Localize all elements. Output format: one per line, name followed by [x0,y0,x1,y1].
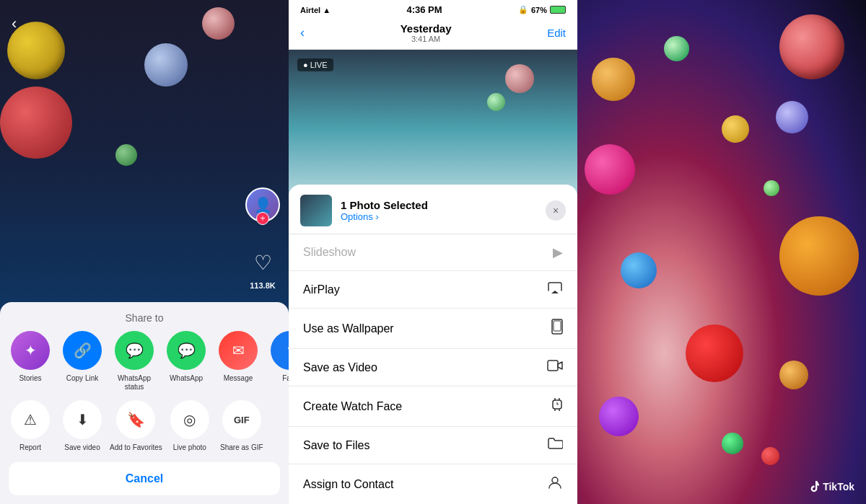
save-video-icon: ⬇ [76,411,89,428]
message-label: Message [224,374,253,383]
save-files-label: Save to Files [303,439,369,452]
cancel-button[interactable]: Cancel [9,462,280,495]
wallpaper-icon [551,319,563,338]
share-panel-info: 1 Photo Selected Options › [341,199,537,222]
assign-contact-icon [547,474,563,494]
deco-ball [0,87,72,159]
deco-ball [599,397,639,436]
deco-ball [764,180,779,196]
assign-contact-label: Assign to Contact [303,478,393,491]
deco-ball [779,361,808,389]
deco-ball [115,144,137,166]
share-item-message[interactable]: ✉ Message [214,331,263,392]
deco-ball [779,216,859,296]
share-menu-item-wallpaper[interactable]: Use as Wallpaper [289,309,577,349]
lock-icon: 🔒 [518,5,528,14]
share-panel-overlay: 1 Photo Selected Options › × Slideshow ▶… [289,185,577,504]
share-close-button[interactable]: × [546,200,566,221]
share-sheet-title: Share to [0,302,289,331]
share-action-gif[interactable]: GIF Share as GIF [217,400,266,452]
heart-area: ♡ 113.8K [245,245,280,290]
wifi-icon: ▲ [323,6,331,14]
share-item-facebook[interactable]: f Fa… [266,331,289,392]
save-video-icon [547,359,563,376]
share-item-whatsapp-status[interactable]: 💬 WhatsApp status [110,331,159,392]
gif-label: Share as GIF [220,443,263,452]
watch-face-label: Create Watch Face [303,400,402,413]
whatsapp-status-label: WhatsApp status [110,374,159,392]
share-action-report[interactable]: ⚠ Report [6,400,55,452]
time-display: 4:36 PM [406,4,442,15]
share-panel-header: 1 Photo Selected Options › × [289,185,577,234]
save-files-icon [547,437,563,454]
deco-ball [144,43,188,87]
share-item-stories[interactable]: ✦ Stories [6,331,55,392]
add-favorites-label: Add to Favorites [110,443,162,452]
photos-subtitle: 3:41 AM [401,35,452,43]
share-thumb [300,195,332,226]
share-menu-item-assign-contact[interactable]: Assign to Contact [289,464,577,504]
svg-point-10 [552,477,558,483]
status-left: Airtel ▲ [300,6,331,14]
share-actions-row: ⚠ Report ⬇ Save video 🔖 Add to Favorites… [0,400,289,458]
share-photo-count: 1 Photo Selected [341,199,537,211]
stories-label: Stories [19,374,41,383]
deco-ball [761,447,779,465]
photos-title: Yesterday [401,22,452,35]
avatar-area: 👤 + [245,187,280,222]
deco-ball [664,36,689,61]
avatar[interactable]: 👤 + [245,187,280,222]
favorites-icon: 🔖 [127,411,145,428]
watch-face-icon [551,397,563,416]
whatsapp-label: WhatsApp [170,374,203,383]
deco-ball [592,58,635,101]
share-options-link[interactable]: Options › [341,211,537,222]
share-menu-item-save-files[interactable]: Save to Files [289,427,577,464]
deco-ball [686,324,743,382]
facebook-label: Fa… [282,374,289,383]
gif-icon: GIF [234,415,250,425]
share-icons-row: ✦ Stories 🔗 Copy Link 💬 WhatsApp status [0,331,289,400]
share-item-whatsapp[interactable]: 💬 WhatsApp [162,331,211,392]
report-label: Report [19,443,41,452]
deco-ball [722,115,749,143]
deco-ball [585,144,635,195]
share-menu-item-watch-face[interactable]: Create Watch Face [289,386,577,427]
deco-ball [776,101,808,133]
share-menu-item-slideshow[interactable]: Slideshow ▶ [289,234,577,271]
live-photo-icon: ◎ [183,411,196,428]
deco-ball [487,93,505,111]
share-action-live-photo[interactable]: ◎ Live photo [165,400,214,452]
back-button[interactable]: ‹ [12,14,17,33]
battery-icon [550,6,566,14]
deco-ball [202,7,235,40]
share-action-add-favorites[interactable]: 🔖 Add to Favorites [110,400,162,452]
deco-ball [722,433,743,454]
panel-photo: TikTok [577,0,866,504]
live-badge: ● LIVE [297,58,333,71]
battery-text: 67% [531,6,547,14]
copy-link-label: Copy Link [66,374,98,383]
slideshow-label: Slideshow [303,246,356,259]
svg-rect-1 [554,321,561,331]
share-item-copy-link[interactable]: 🔗 Copy Link [58,331,107,392]
status-right: 🔒 67% [518,5,566,14]
deco-ball [505,64,534,93]
carrier-text: Airtel [300,6,320,14]
save-video-label: Save video [64,443,100,452]
heart-icon[interactable]: ♡ [245,245,280,280]
share-action-save-video[interactable]: ⬇ Save video [58,400,107,452]
heart-count: 113.8K [250,281,275,290]
panel-tiktok: ‹ 👤 + ♡ 113.8K Share to ✦ Stories 🔗 [0,0,289,504]
photos-header: ‹ Yesterday 3:41 AM Edit [289,17,577,50]
tiktok-label: TikTok [823,481,854,492]
airplay-icon [547,281,563,298]
follow-badge[interactable]: + [256,212,269,225]
tiktok-logo: TikTok [809,481,854,492]
share-menu-item-save-video[interactable]: Save as Video [289,349,577,386]
photos-back-button[interactable]: ‹ [300,25,305,40]
wallpaper-label: Use as Wallpaper [303,322,394,335]
airplay-label: AirPlay [303,283,340,296]
photos-edit-button[interactable]: Edit [547,27,566,39]
share-menu-item-airplay[interactable]: AirPlay [289,271,577,309]
